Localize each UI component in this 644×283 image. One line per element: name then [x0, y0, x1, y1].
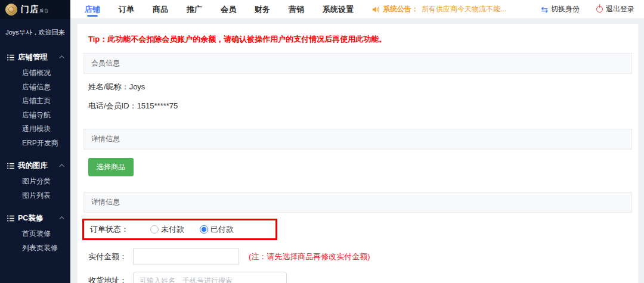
nav-tab-orders[interactable]: 订单 — [119, 0, 134, 18]
sidebar-group-items: 店铺概况 店铺信息 店铺主页 店铺导航 通用模块 ERP开发商 — [0, 64, 70, 150]
member-id-label: 电话/会员ID： — [88, 101, 137, 110]
sidebar-item-erp-developer[interactable]: ERP开发商 — [0, 136, 70, 151]
radio-unpaid-icon[interactable] — [150, 225, 159, 234]
brand-logo-icon — [5, 4, 17, 15]
address-search-label: 收货地址： — [88, 275, 127, 283]
nav-tab-marketing[interactable]: 营销 — [289, 0, 304, 18]
sidebar-group-title: PC装修 — [18, 213, 43, 223]
topbar-actions: ⇆ 切换身份 退出登录 — [541, 4, 634, 14]
radio-paid-icon[interactable] — [200, 225, 208, 234]
content-card: Tip：此功能不会扣除会员账户的余额，请确认被操作用户的支付情况后再使用此功能。… — [78, 24, 638, 283]
address-search-input[interactable] — [133, 272, 287, 283]
nav-tab-members[interactable]: 会员 — [221, 0, 236, 18]
chevron-up-icon — [59, 216, 64, 221]
member-info-section: 会员信息 姓名/昵称：Joys 电话/会员ID：1515*****75 — [83, 53, 632, 122]
member-info-body: 姓名/昵称：Joys 电话/会员ID：1515*****75 — [83, 74, 632, 122]
app-title-suffix: 后台 — [39, 8, 49, 13]
logout-label: 退出登录 — [606, 4, 634, 14]
system-announcement[interactable]: 系统公告： 所有供应商今天物流不能... — [372, 4, 506, 14]
app-title: 门店后台 — [21, 4, 49, 15]
sidebar-item-image-list[interactable]: 图片列表 — [0, 189, 70, 203]
member-name-value: Joys — [129, 82, 145, 91]
switch-role-button[interactable]: ⇆ 切换身份 — [541, 4, 580, 14]
sidebar-group-title: 店铺管理 — [18, 52, 48, 63]
announcement-label: 系统公告： — [383, 4, 419, 14]
product-select-body: 选择商品 — [83, 150, 632, 185]
radio-unpaid-label: 未付款 — [161, 225, 184, 234]
section-header-member-info: 会员信息 — [83, 53, 632, 74]
sidebar-group-items: 图片分类 图片列表 — [0, 172, 70, 203]
section-header-product-select: 详情信息 — [83, 129, 632, 150]
power-icon — [596, 6, 603, 13]
announcement-text: 所有供应商今天物流不能... — [422, 4, 506, 14]
switch-role-label: 切换身份 — [551, 4, 580, 14]
sidebar-item-shop-info[interactable]: 店铺信息 — [0, 80, 70, 95]
sidebar-group-shop-management: 店铺管理 店铺概况 店铺信息 店铺主页 店铺导航 通用模块 ERP开发商 — [0, 51, 70, 150]
chevron-up-icon — [59, 164, 64, 169]
topbar: 门店后台 店铺 订单 商品 推广 会员 财务 营销 系统设置 系统公告： 所有供… — [0, 0, 644, 19]
address-search-row: 收货地址： — [88, 272, 627, 283]
list-icon — [7, 163, 14, 169]
sidebar-group-pc-decoration: PC装修 首页装修 列表页装修 — [0, 212, 70, 255]
radio-option-unpaid[interactable]: 未付款 — [150, 224, 184, 235]
sidebar-item-home-decoration[interactable]: 首页装修 — [0, 227, 70, 241]
amount-label: 实付金额： — [88, 251, 127, 262]
sidebar-group-items: 首页装修 列表页装修 — [0, 225, 70, 255]
sidebar: Joys무사，欢迎回来 店铺管理 店铺概况 店铺信息 店铺主页 店铺导航 通用模… — [0, 19, 70, 283]
nav-tab-finance[interactable]: 财务 — [255, 0, 270, 18]
sidebar-group-header-pc-decoration[interactable]: PC装修 — [0, 212, 70, 225]
speaker-icon — [372, 6, 380, 13]
member-id-value: 1515*****75 — [137, 101, 178, 110]
sidebar-item-shop-overview[interactable]: 店铺概况 — [0, 66, 70, 80]
top-nav: 店铺 订单 商品 推广 会员 财务 营销 系统设置 系统公告： 所有供应商今天物… — [70, 0, 644, 19]
member-id-row: 电话/会员ID：1515*****75 — [88, 97, 627, 116]
chevron-up-icon — [59, 55, 64, 60]
nav-tab-products[interactable]: 商品 — [153, 0, 168, 18]
sidebar-item-common-module[interactable]: 通用模块 — [0, 122, 70, 136]
nav-tab-shop[interactable]: 店铺 — [85, 0, 100, 18]
tip-warning-text: Tip：此功能不会扣除会员账户的余额，请确认被操作用户的支付情况后再使用此功能。 — [83, 24, 632, 53]
member-name-label: 姓名/昵称： — [88, 82, 129, 91]
sidebar-group-header-shop-management[interactable]: 店铺管理 — [0, 51, 70, 64]
amount-input[interactable] — [133, 248, 239, 265]
nav-tab-system-settings[interactable]: 系统设置 — [323, 0, 354, 18]
sidebar-item-list-decoration[interactable]: 列表页装修 — [0, 241, 70, 256]
list-icon — [7, 54, 14, 61]
product-select-section: 详情信息 选择商品 — [83, 129, 632, 185]
sidebar-item-image-categories[interactable]: 图片分类 — [0, 175, 70, 189]
member-name-row: 姓名/昵称：Joys — [88, 77, 627, 97]
sidebar-item-shop-homepage[interactable]: 店铺主页 — [0, 94, 70, 108]
order-status-highlight-box: 订单状态： 未付款 已付款 — [82, 219, 277, 240]
app-logo[interactable]: 门店后台 — [0, 0, 70, 19]
swap-arrows-icon: ⇆ — [541, 5, 548, 14]
order-detail-section: 详情信息 订单状态： 未付款 已付款 实付金额： (注：请先选择商品再修改实付金… — [83, 192, 632, 283]
sidebar-group-image-library: 我的图库 图片分类 图片列表 — [0, 159, 70, 203]
amount-note: (注：请先选择商品再修改实付金额) — [249, 251, 370, 262]
list-icon — [7, 215, 14, 222]
radio-option-paid[interactable]: 已付款 — [200, 224, 234, 235]
logout-button[interactable]: 退出登录 — [596, 4, 634, 14]
select-product-button[interactable]: 选择商品 — [88, 158, 134, 176]
nav-tab-promotion[interactable]: 推广 — [187, 0, 202, 18]
radio-paid-label: 已付款 — [210, 225, 234, 234]
sidebar-group-header-image-library[interactable]: 我的图库 — [0, 159, 70, 172]
sidebar-group-title: 我的图库 — [18, 161, 48, 171]
welcome-text: Joys무사，欢迎回来 — [0, 19, 70, 42]
main-content: Tip：此功能不会扣除会员账户的余额，请确认被操作用户的支付情况后再使用此功能。… — [70, 19, 644, 283]
section-header-order-detail: 详情信息 — [83, 192, 632, 213]
order-detail-body: 订单状态： 未付款 已付款 实付金额： (注：请先选择商品再修改实付金额) 收货… — [83, 213, 632, 283]
order-status-label: 订单状态： — [90, 224, 129, 235]
sidebar-item-shop-nav[interactable]: 店铺导航 — [0, 108, 70, 123]
amount-row: 实付金额： (注：请先选择商品再修改实付金额) — [88, 248, 627, 265]
